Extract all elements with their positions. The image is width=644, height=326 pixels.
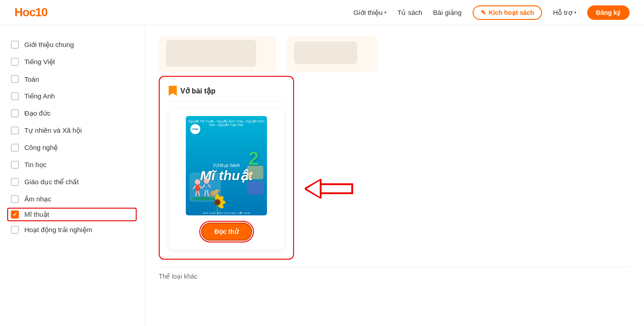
bottom-section: Thể loại khác	[159, 267, 630, 280]
kich-hoat-sach-button[interactable]: ✎ Kích hoạt sách	[473, 5, 543, 20]
svg-rect-2	[196, 185, 199, 191]
book-card: Nguyễn Thị Tuyến - Nguyễn Bích Châu - Ng…	[169, 109, 284, 250]
checkbox-toan[interactable]	[11, 75, 19, 83]
sidebar-item-hoat-dong-trai-nghiem[interactable]: Hoạt động trải nghiệm	[7, 221, 137, 238]
dang-ky-button[interactable]: Đăng ký	[587, 5, 630, 20]
doc-thu-button-wrapper: Đọc thử	[199, 221, 254, 242]
svg-line-3	[193, 186, 196, 189]
svg-line-4	[199, 186, 202, 188]
sidebar-item-toan[interactable]: Toán	[7, 70, 137, 88]
sidebar-item-tin-hoc[interactable]: Tin học	[7, 156, 137, 173]
chevron-down-icon: ▾	[384, 10, 386, 15]
main-container: Giới thiệu chung Tiếng Việt Toán Tiếng A…	[0, 25, 644, 326]
svg-line-11	[205, 190, 206, 196]
logo-number: 10	[35, 5, 47, 19]
checkbox-dao-duc[interactable]	[11, 109, 19, 117]
content-area: Vở bài tập Nguyễn Thị Tuyến - Nguyễn Bíc…	[144, 25, 644, 326]
svg-line-9	[202, 185, 205, 188]
sidebar-item-am-nhac[interactable]: Âm nhạc	[7, 191, 137, 208]
svg-point-1	[195, 179, 200, 185]
red-arrow-svg	[305, 175, 354, 202]
nav-item-gioi-thieu[interactable]: Giới thiệu ▾	[354, 9, 387, 17]
chevron-down-icon-ho-tro: ▾	[574, 10, 576, 15]
section-label: Vở bài tập	[169, 86, 284, 102]
book-cover: Nguyễn Thị Tuyến - Nguyễn Bích Châu - Ng…	[186, 116, 267, 215]
checkbox-tu-nhien-xa-hoi[interactable]	[11, 126, 19, 135]
sidebar-item-tieng-anh[interactable]: Tiếng Anh	[7, 88, 137, 105]
svg-line-6	[198, 191, 199, 196]
sidebar-item-mi-thuat[interactable]: Mĩ thuật	[7, 208, 137, 221]
arrow-container	[305, 175, 354, 202]
bookmark-icon	[169, 86, 177, 96]
partial-card-left	[159, 36, 276, 72]
sidebar-item-tieng-viet[interactable]: Tiếng Việt	[7, 53, 137, 70]
svg-rect-8	[205, 184, 208, 190]
sidebar-item-cong-nghe[interactable]: Công nghệ	[7, 139, 137, 156]
svg-line-5	[196, 191, 197, 196]
nav: Giới thiệu ▾ Tủ sách Bài giảng ✎ Kích ho…	[354, 5, 630, 20]
nav-item-ho-tro[interactable]: Hỗ trợ ▾	[553, 9, 576, 17]
checkbox-tieng-viet[interactable]	[11, 58, 19, 66]
checkbox-tin-hoc[interactable]	[11, 161, 19, 169]
sidebar: Giới thiệu chung Tiếng Việt Toán Tiếng A…	[0, 25, 144, 326]
svg-point-26	[215, 200, 220, 205]
publisher-logo: NXB	[190, 124, 200, 134]
checkbox-tieng-anh[interactable]	[11, 92, 19, 100]
sidebar-item-gioi-thieu-chung[interactable]: Giới thiệu chung	[7, 36, 137, 53]
sidebar-item-tu-nhien-xa-hoi[interactable]: Tự nhiên và Xã hội	[7, 122, 137, 139]
doc-thu-button[interactable]: Đọc thử	[201, 223, 252, 241]
checkbox-gioi-thieu-chung[interactable]	[11, 41, 19, 49]
book-deco-images	[247, 166, 263, 195]
book-subtitle: Vở thực hành	[213, 163, 240, 168]
header: Hoc10 Giới thiệu ▾ Tủ sách Bài giảng ✎ K…	[0, 0, 644, 25]
checkbox-hoat-dong-trai-nghiem[interactable]	[11, 226, 19, 234]
section-title: Vở bài tập	[180, 87, 216, 95]
nav-item-bai-giang[interactable]: Bài giảng	[433, 9, 461, 17]
checkbox-mi-thuat[interactable]	[11, 210, 19, 219]
book-cover-inner: Nguyễn Thị Tuyến - Nguyễn Bích Châu - Ng…	[186, 116, 267, 215]
svg-point-7	[204, 178, 209, 184]
pencil-icon: ✎	[481, 9, 486, 16]
partial-card-right	[287, 36, 377, 72]
checkbox-cong-nghe[interactable]	[11, 144, 19, 152]
sidebar-item-dao-duc[interactable]: Đạo đức	[7, 105, 137, 122]
sidebar-item-giao-duc-the-chat[interactable]: Giáo dục thể chất	[7, 173, 137, 191]
svg-line-10	[208, 185, 211, 187]
bottom-text: Thể loại khác	[159, 273, 198, 280]
checkbox-am-nhac[interactable]	[11, 195, 19, 203]
highlighted-section-card: Vở bài tập Nguyễn Thị Tuyến - Nguyễn Bíc…	[159, 76, 294, 260]
publisher-footer: NHÀ XUẤT BẢN GIÁO DỤC VIỆT NAM	[186, 211, 267, 214]
logo-text: Hoc	[14, 5, 35, 19]
svg-rect-29	[322, 185, 351, 192]
top-partial-cards	[159, 36, 630, 72]
nav-item-tu-sach[interactable]: Tủ sách	[397, 9, 422, 17]
logo[interactable]: Hoc10	[14, 5, 47, 19]
checkbox-giao-duc-the-chat[interactable]	[11, 178, 19, 186]
